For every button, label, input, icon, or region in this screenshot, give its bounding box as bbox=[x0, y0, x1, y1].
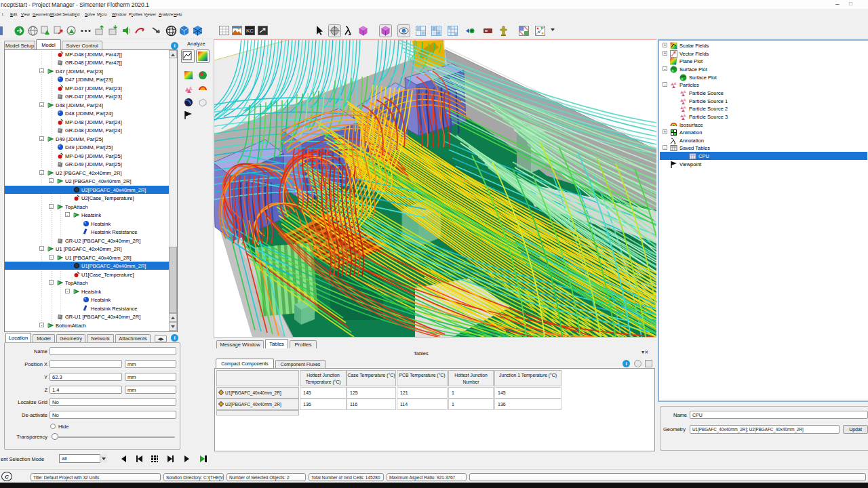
svg-text:KC: KC bbox=[246, 28, 254, 34]
